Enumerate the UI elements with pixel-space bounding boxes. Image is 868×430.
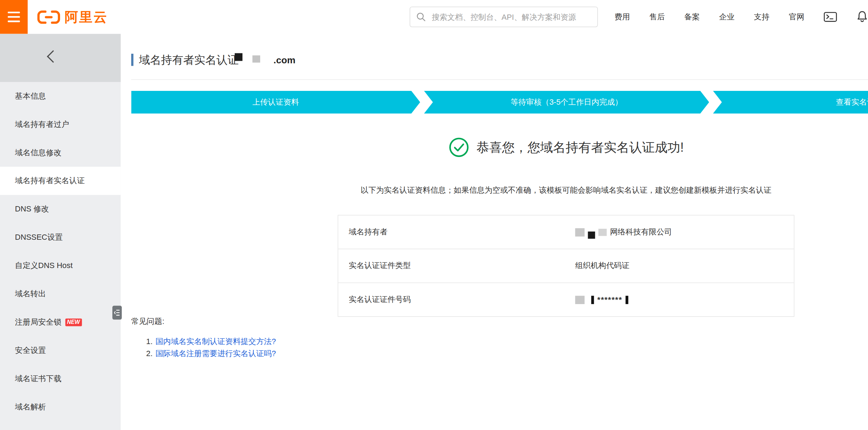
redacted-domain-block bbox=[235, 53, 242, 61]
step-label: 查看实名认证 bbox=[836, 97, 868, 107]
faq-item: 1. 国内域名实名制认证资料提交方法? bbox=[146, 336, 276, 347]
sidebar-item-dns-resolution[interactable]: 域名解析 bbox=[0, 393, 121, 421]
sidebar-item-label: DNSSEC设置 bbox=[15, 232, 63, 242]
sidebar-item-domain-transfer-out[interactable]: 域名转出 bbox=[0, 280, 121, 308]
success-message: 恭喜您，您域名持有者实名认证成功! bbox=[476, 139, 684, 156]
row-value-text: 组织机构代码证 bbox=[575, 261, 629, 271]
redacted-block bbox=[575, 296, 585, 304]
top-bar: 阿里云 费用 售后 备案 企业 支持 官网 bbox=[0, 0, 868, 34]
step-label: 上传认证资料 bbox=[252, 97, 299, 107]
toggle-lines-icon bbox=[114, 309, 120, 316]
sidebar-item-label: 域名信息修改 bbox=[15, 147, 61, 157]
chevron-left-icon bbox=[47, 50, 59, 63]
redacted-block bbox=[591, 296, 594, 304]
faq-link-international-realname[interactable]: 国际域名注册需要进行实名认证吗? bbox=[156, 348, 276, 360]
sidebar-item-label: 自定义DNS Host bbox=[15, 261, 72, 271]
row-label: 实名认证证件类型 bbox=[338, 261, 575, 271]
row-value-text: ******* bbox=[597, 295, 622, 304]
title-divider bbox=[131, 79, 868, 80]
nav-item-icp-filing[interactable]: 备案 bbox=[684, 12, 700, 22]
domain-suffix: .com bbox=[274, 55, 295, 66]
sidebar-item-info-modify[interactable]: 域名信息修改 bbox=[0, 139, 121, 167]
sidebar-item-registry-lock[interactable]: 注册局安全锁 NEW bbox=[0, 308, 121, 336]
info-note: 以下为实名认证资料信息；如果信息为空或不准确，该模板可能会影响域名实名认证，建议… bbox=[335, 186, 797, 196]
nav-item-official-site[interactable]: 官网 bbox=[789, 12, 804, 22]
faq-item-number: 2. bbox=[146, 348, 153, 360]
success-banner: 恭喜您，您域名持有者实名认证成功! bbox=[338, 136, 794, 158]
redacted-domain-block bbox=[252, 56, 260, 63]
global-search bbox=[410, 7, 598, 27]
table-row: 实名认证证件类型 组织机构代码证 bbox=[338, 249, 794, 283]
sidebar-item-basic-info[interactable]: 基本信息 bbox=[0, 82, 121, 110]
title-accent-bar bbox=[131, 54, 133, 66]
sidebar-item-label: 域名转出 bbox=[15, 289, 46, 299]
sidebar-item-security-settings[interactable]: 安全设置 bbox=[0, 336, 121, 365]
row-label: 实名认证证件号码 bbox=[338, 295, 575, 304]
aliyun-logo-mark bbox=[36, 9, 61, 25]
page-title: 域名持有者实名认证 bbox=[139, 53, 239, 68]
sidebar-item-dnssec[interactable]: DNSSEC设置 bbox=[0, 223, 121, 251]
step-wait-review: 等待审核（3-5个工作日内完成） bbox=[424, 91, 709, 114]
terminal-icon bbox=[824, 12, 837, 22]
faq-item: 2. 国际域名注册需要进行实名认证吗? bbox=[146, 348, 276, 360]
row-value-text: 网络科技有限公司 bbox=[610, 227, 672, 237]
sidebar: 基本信息 域名持有者过户 域名信息修改 域名持有者实名认证 DNS 修改 DNS… bbox=[0, 34, 121, 430]
redacted-block bbox=[588, 231, 595, 238]
sidebar-item-cert-download[interactable]: 域名证书下载 bbox=[0, 365, 121, 393]
step-label: 等待审核（3-5个工作日内完成） bbox=[511, 97, 623, 107]
table-row: 实名认证证件号码 ******* bbox=[338, 283, 794, 316]
progress-steps: 上传认证资料 等待审核（3-5个工作日内完成） 查看实名认证 bbox=[131, 91, 868, 114]
faq-list: 1. 国内域名实名制认证资料提交方法? 2. 国际域名注册需要进行实名认证吗? bbox=[146, 336, 276, 360]
sidebar-item-label: 域名持有者实名认证 bbox=[15, 176, 84, 186]
aliyun-logo[interactable]: 阿里云 bbox=[36, 0, 108, 34]
hamburger-menu-button[interactable] bbox=[0, 0, 28, 34]
sidebar-menu: 基本信息 域名持有者过户 域名信息修改 域名持有者实名认证 DNS 修改 DNS… bbox=[0, 82, 121, 421]
sidebar-item-dns-modify[interactable]: DNS 修改 bbox=[0, 195, 121, 223]
nav-item-billing[interactable]: 费用 bbox=[615, 12, 630, 22]
sidebar-item-label: 域名证书下载 bbox=[15, 373, 61, 383]
sidebar-item-label: 域名解析 bbox=[15, 402, 46, 412]
sidebar-item-label: 域名持有者过户 bbox=[15, 120, 69, 129]
step-upload-materials: 上传认证资料 bbox=[131, 91, 420, 114]
aliyun-logo-text: 阿里云 bbox=[65, 8, 108, 26]
redacted-block bbox=[598, 228, 606, 236]
sidebar-item-label: DNS 修改 bbox=[15, 204, 49, 214]
row-value: 组织机构代码证 bbox=[575, 261, 629, 271]
redacted-block bbox=[626, 296, 628, 304]
nav-item-aftersales[interactable]: 售后 bbox=[649, 12, 665, 22]
success-check-icon bbox=[448, 137, 469, 158]
nav-item-enterprise[interactable]: 企业 bbox=[719, 12, 735, 22]
search-input[interactable] bbox=[431, 12, 591, 22]
sidebar-item-label: 安全设置 bbox=[15, 345, 46, 355]
sidebar-toggle-handle[interactable] bbox=[112, 306, 122, 320]
faq-link-domestic-submit-method[interactable]: 国内域名实名制认证资料提交方法? bbox=[156, 336, 276, 347]
sidebar-item-realname-auth[interactable]: 域名持有者实名认证 bbox=[0, 167, 121, 195]
sidebar-collapse-button[interactable] bbox=[0, 34, 121, 82]
row-label: 域名持有者 bbox=[338, 227, 575, 237]
search-icon bbox=[416, 12, 426, 22]
sidebar-item-custom-dns-host[interactable]: 自定义DNS Host bbox=[0, 251, 121, 280]
faq-item-number: 1. bbox=[146, 336, 153, 347]
bell-icon bbox=[856, 11, 868, 23]
certificate-info-table: 域名持有者 网络科技有限公司 实名认证证件类型 组织机构代码证 实名认证证件号码… bbox=[338, 215, 794, 317]
sidebar-item-label: 注册局安全锁 bbox=[15, 317, 61, 327]
row-value: ******* bbox=[575, 295, 628, 304]
row-value: 网络科技有限公司 bbox=[575, 227, 672, 237]
aliyun-console-page: 阿里云 费用 售后 备案 企业 支持 官网 bbox=[0, 0, 868, 430]
redacted-block bbox=[575, 228, 585, 236]
notifications-button[interactable] bbox=[856, 11, 868, 23]
sidebar-item-label: 基本信息 bbox=[15, 91, 46, 101]
table-row: 域名持有者 网络科技有限公司 bbox=[338, 215, 794, 249]
top-nav: 费用 售后 备案 企业 支持 官网 bbox=[615, 0, 868, 34]
nav-item-support[interactable]: 支持 bbox=[754, 12, 769, 22]
new-badge: NEW bbox=[65, 318, 82, 326]
cloud-shell-button[interactable] bbox=[824, 12, 837, 22]
step-view-result: 查看实名认证 bbox=[713, 91, 868, 114]
sidebar-item-holder-transfer[interactable]: 域名持有者过户 bbox=[0, 110, 121, 139]
faq-title: 常见问题: bbox=[131, 317, 164, 327]
